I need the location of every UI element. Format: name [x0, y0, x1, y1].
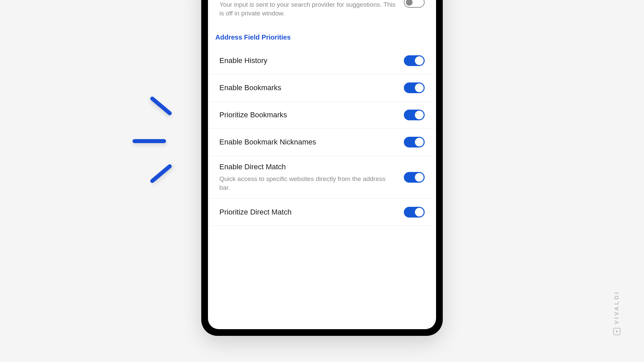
priority-title: Enable Bookmarks — [219, 83, 397, 92]
toggle-enable-history[interactable] — [404, 55, 425, 66]
phone-frame: Allow Search Suggestions Your input is s… — [201, 0, 443, 336]
decoration-line-icon — [150, 96, 173, 116]
decoration-line-icon — [132, 139, 166, 143]
toggle-prioritize-direct-match[interactable] — [404, 207, 425, 218]
toggle-knob-icon — [415, 173, 424, 182]
priority-text-block: Enable History — [219, 56, 397, 65]
toggle-search-suggestions[interactable] — [404, 0, 425, 8]
priority-text-block: Enable Bookmark Nicknames — [219, 138, 397, 146]
toggle-enable-bookmarks[interactable] — [404, 82, 425, 93]
priority-enable-bookmark-nicknames[interactable]: Enable Bookmark Nicknames — [208, 129, 436, 156]
priority-text-block: Prioritize Bookmarks — [219, 111, 397, 119]
priority-list: Enable History Enable Bookmarks — [208, 47, 436, 226]
priority-prioritize-bookmarks[interactable]: Prioritize Bookmarks — [208, 102, 436, 129]
priority-enable-history[interactable]: Enable History — [208, 47, 436, 74]
toggle-knob-icon — [415, 83, 424, 92]
priority-title: Enable History — [219, 56, 397, 65]
section-header-address-priorities: Address Field Priorities — [208, 25, 436, 45]
brand-play-icon — [613, 328, 621, 335]
priority-enable-bookmarks[interactable]: Enable Bookmarks — [208, 74, 436, 102]
setting-text-block: Allow Search Suggestions Your input is s… — [219, 0, 397, 18]
priority-description: Quick access to specific websites direct… — [219, 175, 397, 192]
priority-title: Enable Direct Match — [219, 163, 397, 171]
toggle-knob-icon — [415, 208, 424, 217]
toggle-enable-bookmark-nicknames[interactable] — [404, 137, 425, 147]
toggle-knob-icon — [415, 111, 424, 119]
toggle-enable-direct-match[interactable] — [404, 172, 425, 183]
toggle-knob-icon — [406, 0, 413, 6]
decoration-line-icon — [150, 164, 173, 184]
priority-text-block: Enable Direct Match Quick access to spec… — [219, 163, 397, 192]
priority-enable-direct-match[interactable]: Enable Direct Match Quick access to spec… — [208, 156, 436, 199]
priority-title: Prioritize Bookmarks — [219, 111, 397, 119]
setting-allow-search-suggestions[interactable]: Allow Search Suggestions Your input is s… — [208, 0, 436, 25]
priority-title: Prioritize Direct Match — [219, 208, 397, 217]
toggle-prioritize-bookmarks[interactable] — [404, 110, 425, 120]
setting-description: Your input is sent to your search provid… — [219, 0, 397, 18]
priority-prioritize-direct-match[interactable]: Prioritize Direct Match — [208, 199, 436, 226]
toggle-knob-icon — [415, 138, 424, 146]
priority-text-block: Prioritize Direct Match — [219, 208, 397, 217]
brand-watermark: VIVALDI — [613, 291, 621, 335]
brand-name: VIVALDI — [613, 291, 620, 324]
phone-screen: Allow Search Suggestions Your input is s… — [208, 0, 436, 329]
toggle-knob-icon — [415, 56, 424, 65]
priority-text-block: Enable Bookmarks — [219, 83, 397, 92]
settings-panel: Allow Search Suggestions Your input is s… — [208, 0, 436, 329]
priority-title: Enable Bookmark Nicknames — [219, 138, 397, 146]
